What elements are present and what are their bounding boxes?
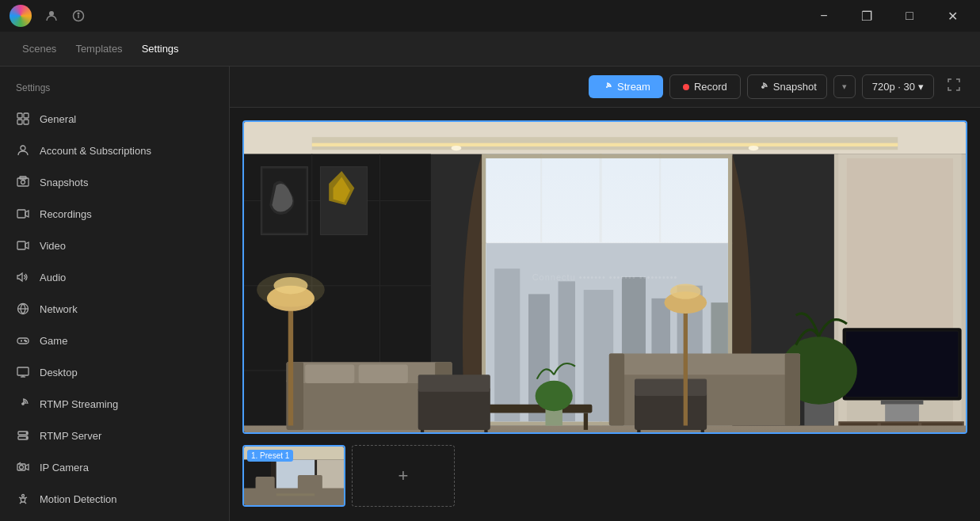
svg-rect-42 <box>312 143 898 146</box>
window-controls: − ❐ □ ✕ <box>806 3 970 29</box>
game-label: Game <box>40 335 67 347</box>
svg-rect-97 <box>305 364 354 383</box>
sidebar-item-account[interactable]: Account & Subscriptions <box>0 135 229 166</box>
record-button[interactable]: Record <box>669 74 741 99</box>
svg-rect-21 <box>17 367 29 375</box>
sidebar-item-motion-detection[interactable]: Motion Detection <box>0 483 229 515</box>
video-frame: Connectu ••••••• ••••••• •••••••••• <box>242 120 967 434</box>
nav-templates[interactable]: Templates <box>66 36 132 61</box>
app-logo <box>10 5 32 27</box>
svg-rect-12 <box>17 210 25 218</box>
titlebar: − ❐ □ ✕ <box>0 0 980 32</box>
svg-point-8 <box>21 146 25 150</box>
sidebar-item-game[interactable]: Game <box>0 325 229 356</box>
svg-rect-5 <box>24 113 29 118</box>
sidebar-item-desktop[interactable]: Desktop <box>0 356 229 388</box>
sidebar-item-general[interactable]: General <box>0 103 229 135</box>
general-label: General <box>40 113 76 125</box>
quality-chevron: ▾ <box>918 81 924 93</box>
minimize-button[interactable]: − <box>806 3 842 29</box>
add-preset-button[interactable]: + <box>352 445 455 507</box>
thumbnail-label: 1. Preset 1 <box>247 450 293 462</box>
record-label: Record <box>694 81 727 93</box>
fullscreen-button[interactable] <box>940 74 967 99</box>
svg-rect-65 <box>494 268 520 421</box>
info-icon[interactable] <box>71 9 86 23</box>
quality-label: 720p · 30 <box>872 81 915 93</box>
fullscreen-icon <box>947 78 961 92</box>
svg-rect-68 <box>584 290 614 421</box>
svg-rect-107 <box>418 375 490 391</box>
video-scene: Connectu ••••••• ••••••• •••••••••• <box>244 122 966 432</box>
rtmp-streaming-label: RTMP Streaming <box>40 398 118 410</box>
svg-point-44 <box>749 146 759 150</box>
titlebar-icons <box>44 9 86 23</box>
video-area: Connectu ••••••• ••••••• •••••••••• <box>230 108 980 521</box>
sidebar-item-rtmp-server[interactable]: RTMP Server <box>0 420 229 451</box>
sidebar-item-video[interactable]: Video <box>0 230 229 261</box>
desktop-label: Desktop <box>40 367 78 378</box>
restore-button[interactable]: ❐ <box>848 3 885 29</box>
watermark: Connectu ••••••• ••••••• •••••••••• <box>532 272 678 282</box>
svg-point-117 <box>257 273 325 307</box>
network-label: Network <box>40 303 78 315</box>
sidebar-item-audio[interactable]: Audio <box>0 261 229 293</box>
svg-rect-106 <box>418 387 490 430</box>
settings-sidebar: Settings General Account & Subscriptions <box>0 67 230 521</box>
svg-point-11 <box>21 181 25 184</box>
add-icon: + <box>398 466 409 486</box>
svg-rect-100 <box>609 353 800 375</box>
nav-scenes[interactable]: Scenes <box>13 36 66 61</box>
sidebar-item-network[interactable]: Network <box>0 293 229 325</box>
motion-detection-label: Motion Detection <box>40 493 117 505</box>
svg-point-3 <box>78 13 79 14</box>
snapshot-label: Snapshot <box>773 81 817 93</box>
sidebar-item-recordings[interactable]: Recordings <box>0 198 229 230</box>
audio-icon <box>16 270 30 284</box>
general-icon <box>16 112 30 126</box>
svg-rect-55 <box>482 154 732 158</box>
rtmp-streaming-icon <box>16 397 30 411</box>
sidebar-item-snapshots[interactable]: Snapshots <box>0 166 229 198</box>
thumbnail-strip: 1. Preset 1 + <box>242 443 967 508</box>
user-icon[interactable] <box>44 9 59 23</box>
snapshots-label: Snapshots <box>40 177 88 188</box>
sidebar-item-hotkeys[interactable]: Hotkeys <box>0 515 229 521</box>
quality-selector[interactable]: 720p · 30 ▾ <box>862 74 934 99</box>
rtmp-server-icon <box>16 428 30 443</box>
svg-point-120 <box>670 284 701 299</box>
sidebar-item-ip-camera[interactable]: IP Camera <box>0 451 229 483</box>
snapshot-button[interactable]: Snapshot <box>747 74 827 99</box>
svg-rect-105 <box>584 413 588 429</box>
stream-label: Stream <box>617 81 650 93</box>
ip-camera-label: IP Camera <box>40 462 89 473</box>
close-button[interactable]: ✕ <box>934 3 970 29</box>
recordings-label: Recordings <box>40 208 92 220</box>
svg-rect-98 <box>359 364 408 383</box>
ip-camera-icon <box>16 460 30 474</box>
audio-label: Audio <box>40 272 66 283</box>
thumbnail-preset-1[interactable]: 1. Preset 1 <box>242 445 345 507</box>
content-area: Stream Record Snapshot ▾ 720p · 30 ▾ <box>230 67 980 521</box>
maximize-button[interactable]: □ <box>891 3 928 29</box>
account-icon <box>16 143 30 158</box>
svg-point-0 <box>49 11 54 16</box>
svg-rect-81 <box>881 400 924 404</box>
account-label: Account & Subscriptions <box>40 145 151 157</box>
svg-rect-129 <box>256 477 275 490</box>
snapshots-icon <box>16 175 30 189</box>
svg-rect-131 <box>276 493 315 496</box>
svg-rect-80 <box>846 332 958 397</box>
svg-rect-7 <box>24 120 29 124</box>
snapshot-dropdown[interactable]: ▾ <box>833 75 856 98</box>
nav-settings[interactable]: Settings <box>132 36 189 61</box>
svg-rect-110 <box>635 392 707 430</box>
stream-button[interactable]: Stream <box>589 75 663 98</box>
record-indicator <box>683 84 689 90</box>
video-toolbar: Stream Record Snapshot ▾ 720p · 30 ▾ <box>230 67 980 108</box>
svg-point-20 <box>25 340 26 341</box>
sidebar-item-rtmp-streaming[interactable]: RTMP Streaming <box>0 388 229 420</box>
video-label: Video <box>40 240 66 252</box>
svg-point-32 <box>22 495 25 497</box>
svg-rect-111 <box>635 379 707 396</box>
